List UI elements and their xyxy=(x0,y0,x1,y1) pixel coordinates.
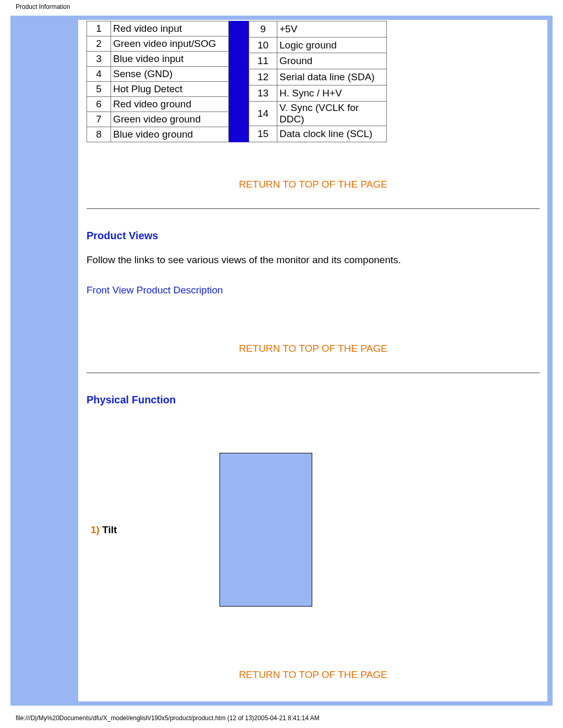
return-to-top-link[interactable]: RETURN TO TOP OF THE PAGE xyxy=(87,179,540,190)
main-content: 1Red video input 2Green video input/SOG … xyxy=(78,20,547,701)
pin-table-left: 1Red video input 2Green video input/SOG … xyxy=(87,21,229,142)
tilt-item-number: 1) xyxy=(91,524,100,535)
pin-num: 1 xyxy=(87,21,111,36)
table-row: 13H. Sync / H+V xyxy=(249,85,387,101)
section-heading-product-views: Product Views xyxy=(87,230,540,242)
pin-label: Ground xyxy=(277,53,387,69)
pin-label: Sense (GND) xyxy=(111,67,229,82)
pin-num: 13 xyxy=(249,85,277,101)
pin-num: 14 xyxy=(249,101,277,126)
pin-num: 11 xyxy=(249,53,277,69)
tilt-row: 1) Tilt xyxy=(87,453,540,607)
pin-label: Blue video input xyxy=(111,52,229,67)
pin-num: 12 xyxy=(249,69,277,85)
table-row: 14V. Sync (VCLK for DDC) xyxy=(249,101,387,126)
tilt-item-word: Tilt xyxy=(102,524,117,535)
table-row: 12Serial data line (SDA) xyxy=(249,69,387,85)
pin-label: V. Sync (VCLK for DDC) xyxy=(277,101,387,126)
table-row: 1Red video input xyxy=(87,21,229,36)
table-row: 8Blue video ground xyxy=(87,127,229,142)
page-header-title: Product Information xyxy=(16,3,70,10)
pin-table-right: 9+5V 10Logic ground 11Ground 12Serial da… xyxy=(249,21,387,142)
table-row: 5Hot Plug Detect xyxy=(87,82,229,97)
section-heading-physical-function: Physical Function xyxy=(87,394,540,406)
pin-label: Blue video ground xyxy=(111,127,229,142)
left-gutter xyxy=(10,20,78,701)
pin-num: 7 xyxy=(87,112,111,127)
pin-num: 3 xyxy=(87,52,111,67)
footer-file-path: file:///D|/My%20Documents/dfu/X_model/en… xyxy=(16,714,320,722)
pin-num: 6 xyxy=(87,97,111,112)
pin-label: +5V xyxy=(277,21,387,38)
divider xyxy=(87,373,540,373)
pin-label: Red video input xyxy=(111,21,229,36)
divider xyxy=(87,208,540,209)
pin-label: Green video input/SOG xyxy=(111,36,229,52)
table-row: 11Ground xyxy=(249,53,387,69)
table-row: 9+5V xyxy=(249,21,387,38)
return-to-top-link[interactable]: RETURN TO TOP OF THE PAGE xyxy=(87,669,540,681)
table-spacer xyxy=(229,21,249,142)
table-row: 3Blue video input xyxy=(87,52,229,67)
table-row: 10Logic ground xyxy=(249,37,387,53)
product-views-body: Follow the links to see various views of… xyxy=(87,254,540,266)
pin-label: Serial data line (SDA) xyxy=(277,69,387,85)
pin-num: 9 xyxy=(249,21,277,38)
pin-label: Logic ground xyxy=(277,37,387,53)
pin-num: 5 xyxy=(87,82,111,97)
right-rail xyxy=(547,20,553,701)
tilt-image-placeholder xyxy=(219,453,312,607)
content-frame: 1Red video input 2Green video input/SOG … xyxy=(10,16,553,706)
pin-label: Green video ground xyxy=(111,112,229,127)
pin-label: Hot Plug Detect xyxy=(111,82,229,97)
table-row: 7Green video ground xyxy=(87,112,229,127)
pin-num: 10 xyxy=(249,37,277,53)
pin-num: 2 xyxy=(87,36,111,52)
front-view-link[interactable]: Front View Product Description xyxy=(87,285,540,296)
pin-tables: 1Red video input 2Green video input/SOG … xyxy=(87,21,540,142)
return-to-top-link[interactable]: RETURN TO TOP OF THE PAGE xyxy=(87,343,540,354)
pin-num: 15 xyxy=(249,126,277,142)
document-page: Product Information 1Red video input 2Gr… xyxy=(0,0,563,728)
table-row: 2Green video input/SOG xyxy=(87,36,229,52)
pin-label: Red video ground xyxy=(111,97,229,112)
table-row: 15Data clock line (SCL) xyxy=(249,126,387,142)
pin-label: Data clock line (SCL) xyxy=(277,126,387,142)
table-row: 4Sense (GND) xyxy=(87,67,229,82)
pin-num: 8 xyxy=(87,127,111,142)
tilt-label: 1) Tilt xyxy=(87,524,219,536)
pin-label: H. Sync / H+V xyxy=(277,85,387,101)
pin-num: 4 xyxy=(87,67,111,82)
table-row: 6Red video ground xyxy=(87,97,229,112)
